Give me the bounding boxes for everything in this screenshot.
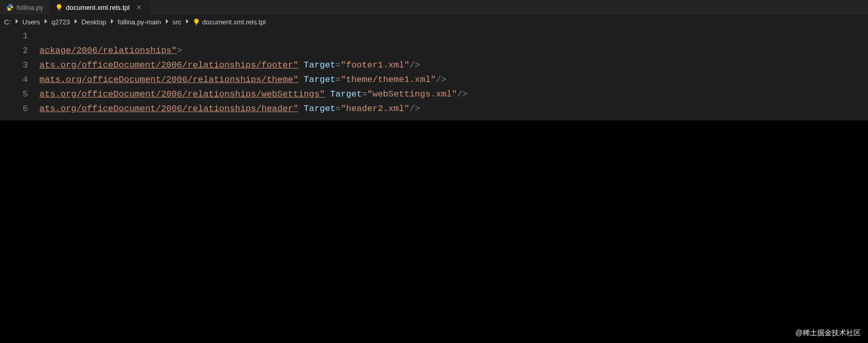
- line-number: 2: [0, 44, 28, 58]
- breadcrumb-item[interactable]: src: [173, 18, 181, 26]
- breadcrumb: C:Usersq2723Desktopfollina.py-mainsrcdoc…: [0, 15, 868, 29]
- chevron-right-icon: [183, 18, 191, 26]
- close-icon[interactable]: [135, 3, 143, 11]
- code-line[interactable]: ats.org/officeDocument/2006/relationship…: [39, 58, 868, 73]
- python-icon: [6, 4, 13, 11]
- code-area[interactable]: 123456 ackage/2006/relationships">ats.or…: [0, 29, 868, 116]
- code-line[interactable]: ackage/2006/relationships">: [39, 44, 868, 58]
- line-number: 5: [0, 87, 28, 102]
- chevron-right-icon: [13, 18, 20, 26]
- breadcrumb-item[interactable]: Desktop: [81, 18, 106, 26]
- breadcrumb-item[interactable]: follina.py-main: [118, 18, 161, 26]
- code-content[interactable]: ackage/2006/relationships">ats.org/offic…: [39, 29, 868, 116]
- tab-bar: follina.py document.xml.rels.tpl: [0, 0, 868, 15]
- code-line[interactable]: ats.org/officeDocument/2006/relationship…: [39, 87, 868, 102]
- tab-document-rels[interactable]: document.xml.rels.tpl: [49, 0, 149, 15]
- bulb-icon: [55, 4, 63, 11]
- code-line[interactable]: [39, 29, 868, 44]
- bulb-icon: [193, 18, 200, 25]
- chevron-right-icon: [163, 18, 170, 26]
- editor-area: follina.py document.xml.rels.tpl C:Users…: [0, 0, 868, 120]
- breadcrumb-item[interactable]: q2723: [51, 18, 70, 26]
- chevron-right-icon: [42, 18, 49, 26]
- breadcrumb-file[interactable]: document.xml.rels.tpl: [193, 18, 266, 26]
- breadcrumb-file-label: document.xml.rels.tpl: [202, 18, 266, 26]
- chevron-right-icon: [108, 18, 116, 26]
- line-number: 3: [0, 58, 28, 73]
- line-gutter: 123456: [0, 29, 39, 116]
- chevron-right-icon: [72, 18, 79, 26]
- code-line[interactable]: mats.org/officeDocument/2006/relationshi…: [39, 73, 868, 87]
- tab-follina[interactable]: follina.py: [0, 0, 49, 15]
- line-number: 6: [0, 102, 28, 116]
- code-line[interactable]: ats.org/officeDocument/2006/relationship…: [39, 102, 868, 116]
- tab-label: follina.py: [17, 4, 43, 11]
- breadcrumb-item[interactable]: C:: [4, 18, 11, 26]
- line-number: 4: [0, 73, 28, 87]
- tab-label: document.xml.rels.tpl: [66, 4, 130, 11]
- line-number: 1: [0, 29, 28, 44]
- watermark-text: @稀土掘金技术社区: [795, 328, 861, 338]
- breadcrumb-item[interactable]: Users: [22, 18, 40, 26]
